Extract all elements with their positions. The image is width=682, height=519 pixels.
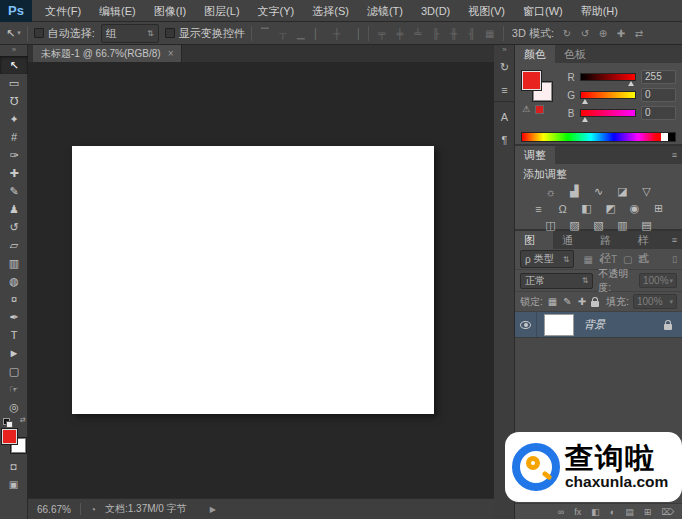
channel-value-field[interactable]: 0 bbox=[641, 88, 676, 102]
slider-thumb[interactable] bbox=[582, 117, 588, 122]
history-panel-icon[interactable]: ↻ bbox=[494, 56, 515, 79]
type-tool[interactable]: T bbox=[0, 326, 28, 344]
tab-paths[interactable]: 路径 bbox=[591, 231, 629, 249]
document-tab[interactable]: 未标题-1 @ 66.7%(RGB/8) × bbox=[33, 45, 182, 62]
crop-tool[interactable]: # bbox=[0, 128, 28, 146]
slider-thumb[interactable] bbox=[628, 81, 634, 86]
color-balance-icon[interactable]: Ω bbox=[555, 203, 571, 215]
filter-smart-objects-icon[interactable]: ⊡ bbox=[638, 254, 646, 265]
auto-select-checkbox[interactable]: 自动选择: bbox=[34, 26, 95, 41]
3d-rotate-icon[interactable]: ↻ bbox=[560, 28, 574, 39]
tab-adjustments[interactable]: 调整 bbox=[515, 146, 555, 164]
exposure-icon[interactable]: ◪ bbox=[615, 185, 631, 198]
properties-panel-icon[interactable]: ≡ bbox=[494, 79, 515, 102]
close-icon[interactable]: × bbox=[168, 48, 174, 59]
menu-item[interactable]: 文件(F) bbox=[36, 0, 90, 22]
vibrance-icon[interactable]: ▽ bbox=[639, 185, 655, 198]
blend-mode-dropdown[interactable]: 正常 ⇅ bbox=[520, 273, 593, 289]
tab-styles[interactable]: 样式 bbox=[629, 231, 667, 249]
eraser-tool[interactable]: ▱ bbox=[0, 236, 28, 254]
align-right-edges-icon[interactable]: ▕ bbox=[348, 28, 362, 39]
color-lookup-icon[interactable]: ⊞ bbox=[651, 202, 667, 215]
opacity-field[interactable]: 100% ▾ bbox=[639, 273, 677, 288]
filter-shape-layers-icon[interactable]: ▢ bbox=[623, 254, 632, 265]
tab-swatches[interactable]: 色板 bbox=[555, 45, 595, 63]
menu-item[interactable]: 视图(V) bbox=[459, 0, 514, 22]
default-colors-icon[interactable] bbox=[3, 418, 11, 426]
menu-item[interactable]: 窗口(W) bbox=[514, 0, 572, 22]
rectangle-tool[interactable]: ▢ bbox=[0, 362, 28, 380]
menu-item[interactable]: 滤镜(T) bbox=[358, 0, 412, 22]
3d-slide-icon[interactable]: ✚ bbox=[614, 28, 628, 39]
lock-position-icon[interactable]: ✚ bbox=[578, 296, 586, 307]
dodge-tool[interactable]: ¤ bbox=[0, 290, 28, 308]
levels-icon[interactable]: ▟ bbox=[567, 185, 583, 198]
menu-item[interactable]: 选择(S) bbox=[303, 0, 358, 22]
channel-slider[interactable] bbox=[580, 109, 636, 117]
tool-preset-picker[interactable]: ↖ ▾ bbox=[6, 27, 21, 40]
zoom-level-field[interactable]: 66.67% bbox=[37, 504, 71, 515]
layer-row-background[interactable]: 背景 bbox=[515, 312, 682, 338]
history-brush-tool[interactable]: ↺ bbox=[0, 218, 28, 236]
filter-type-dropdown[interactable]: ρ 类型 ⇅ bbox=[520, 250, 574, 268]
document-size-info[interactable]: 文档:1.37M/0 字节 bbox=[105, 502, 187, 516]
align-vertical-centers-icon[interactable]: ┬ bbox=[276, 28, 290, 39]
new-adjustment-layer-icon[interactable]: ◐ bbox=[610, 507, 615, 517]
filter-pixel-layers-icon[interactable]: ▦ bbox=[583, 254, 592, 265]
visibility-toggle[interactable] bbox=[515, 312, 537, 337]
tab-color[interactable]: 颜色 bbox=[515, 45, 555, 63]
spot-healing-brush-tool[interactable]: ✚ bbox=[0, 164, 28, 182]
foreground-color-swatch[interactable] bbox=[522, 71, 541, 90]
channel-value-field[interactable]: 255 bbox=[641, 70, 676, 84]
distribute-top-edges-icon[interactable]: ╤ bbox=[375, 28, 389, 39]
slider-thumb[interactable] bbox=[582, 99, 588, 104]
3d-drag-icon[interactable]: ⊕ bbox=[596, 28, 610, 39]
new-group-icon[interactable]: ▤ bbox=[625, 507, 634, 517]
blur-tool[interactable]: ◍ bbox=[0, 272, 28, 290]
rectangular-marquee-tool[interactable]: ▭ bbox=[0, 74, 28, 92]
menu-item[interactable]: 帮助(H) bbox=[572, 0, 627, 22]
quick-selection-tool[interactable]: ✦ bbox=[0, 110, 28, 128]
filter-type-layers-icon[interactable]: T bbox=[611, 254, 617, 265]
clone-stamp-tool[interactable]: ♟ bbox=[0, 200, 28, 218]
distribute-right-edges-icon[interactable]: ╢ bbox=[465, 28, 479, 39]
white-cap[interactable] bbox=[661, 133, 668, 141]
channel-value-field[interactable]: 0 bbox=[641, 106, 676, 120]
distribute-left-edges-icon[interactable]: ╟ bbox=[429, 28, 443, 39]
layer-mask-icon[interactable]: ◧ bbox=[591, 507, 600, 517]
status-flyout-icon[interactable]: ▶ bbox=[210, 505, 216, 514]
menu-item[interactable]: 3D(D) bbox=[412, 0, 459, 22]
align-bottom-edges-icon[interactable]: ▁ bbox=[294, 28, 308, 39]
distribute-horizontal-centers-icon[interactable]: ╫ bbox=[447, 28, 461, 39]
color-spectrum-ramp[interactable] bbox=[521, 132, 676, 142]
foreground-color-swatch[interactable] bbox=[2, 429, 17, 444]
eyedropper-tool[interactable]: ✑ bbox=[0, 146, 28, 164]
fill-field[interactable]: 100% ▾ bbox=[633, 294, 677, 309]
zoom-tool[interactable]: ◎ bbox=[0, 398, 28, 416]
menu-item[interactable]: 图像(I) bbox=[145, 0, 195, 22]
lock-all-icon[interactable] bbox=[591, 301, 599, 307]
align-top-edges-icon[interactable]: ▔ bbox=[258, 28, 272, 39]
canvas[interactable] bbox=[72, 146, 434, 414]
dock-collapse-icon[interactable]: » bbox=[494, 45, 514, 56]
distribute-vertical-centers-icon[interactable]: ╪ bbox=[393, 28, 407, 39]
brush-tool[interactable]: ✎ bbox=[0, 182, 28, 200]
link-layers-icon[interactable]: ∞ bbox=[558, 507, 564, 517]
layer-effects-icon[interactable]: fx bbox=[574, 507, 581, 517]
gamut-color-swatch[interactable] bbox=[535, 105, 544, 114]
tab-channels[interactable]: 通道 bbox=[553, 231, 591, 249]
pen-tool[interactable]: ✒ bbox=[0, 308, 28, 326]
filter-adjustment-layers-icon[interactable]: ◐ bbox=[599, 254, 605, 265]
show-transform-checkbox[interactable]: 显示变换控件 bbox=[165, 26, 245, 41]
black-white-icon[interactable]: ◧ bbox=[579, 202, 595, 215]
3d-roll-icon[interactable]: ↺ bbox=[578, 28, 592, 39]
quick-mask-button[interactable]: ◘ bbox=[0, 458, 28, 476]
panel-menu-icon[interactable]: ≡ bbox=[667, 146, 682, 164]
paragraph-panel-icon[interactable]: ¶ bbox=[494, 129, 515, 152]
gamut-warning-icon[interactable]: ⚠ bbox=[522, 104, 530, 114]
align-left-edges-icon[interactable]: ▏ bbox=[312, 28, 326, 39]
toolbar-collapse-icon[interactable]: » bbox=[0, 45, 27, 56]
delete-layer-icon[interactable]: ⌦ bbox=[661, 507, 674, 517]
hue-saturation-icon[interactable]: ≡ bbox=[531, 203, 547, 215]
channel-slider[interactable] bbox=[580, 73, 636, 81]
